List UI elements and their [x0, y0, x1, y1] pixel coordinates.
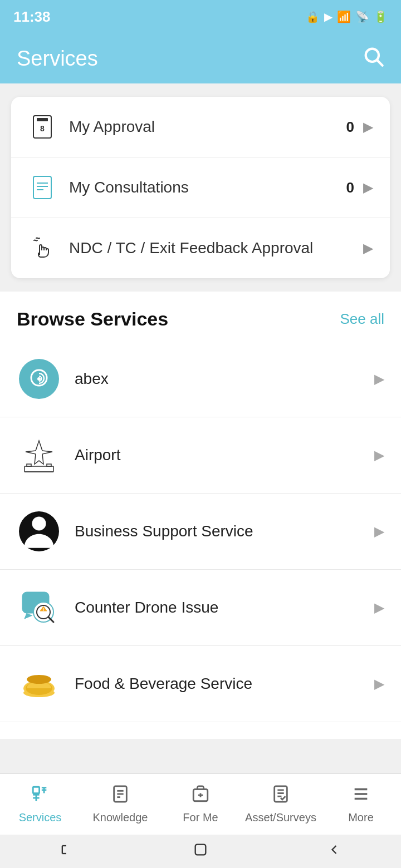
airport-service-name: Airport: [75, 446, 374, 464]
knowledge-nav-icon: [111, 785, 130, 808]
play-icon: ▶: [324, 10, 332, 23]
bottom-nav: Services Knowledge For Me: [0, 773, 401, 835]
header: Services: [0, 33, 401, 83]
food-service-name: Food & Beverage Service: [75, 675, 374, 693]
quick-actions-card: 8 My Approval 0 ▶ My Consultations 0 ▶: [11, 97, 390, 278]
nav-asset-surveys[interactable]: Asset/Surveys: [241, 774, 321, 835]
signal-icon: 📡: [355, 10, 369, 23]
services-nav-icon: [31, 785, 50, 808]
abex-service-name: abex: [75, 370, 374, 388]
status-time: 11:38: [13, 8, 51, 26]
nav-services[interactable]: Services: [0, 774, 80, 835]
airport-service-icon: [17, 433, 61, 477]
header-title: Services: [17, 47, 98, 71]
nav-for-me[interactable]: For Me: [160, 774, 241, 835]
nav-more[interactable]: More: [321, 774, 401, 835]
feedback-icon: [28, 234, 57, 263]
svg-text:8: 8: [40, 124, 45, 133]
svg-point-15: [32, 516, 46, 530]
food-chevron: ▶: [374, 676, 384, 692]
see-all-button[interactable]: See all: [340, 310, 385, 328]
android-nav-bar: [0, 835, 401, 868]
business-chevron: ▶: [374, 524, 384, 539]
svg-text:!: !: [43, 607, 45, 612]
android-recents-btn[interactable]: [326, 842, 342, 861]
my-approval-chevron: ▶: [363, 119, 373, 135]
svg-point-10: [37, 377, 41, 381]
status-bar: 11:38 🔒 ▶ 📶 📡 🔋: [0, 0, 401, 33]
more-nav-label: More: [348, 811, 374, 824]
svg-rect-12: [27, 464, 31, 466]
android-back-btn[interactable]: [59, 842, 75, 861]
lock-icon: 🔒: [306, 10, 320, 23]
service-item-airport[interactable]: Airport ▶: [0, 417, 401, 494]
svg-line-1: [378, 61, 382, 65]
svg-rect-5: [33, 176, 51, 199]
service-item-business[interactable]: Business Support Service ▶: [0, 494, 401, 570]
ndc-feedback-chevron: ▶: [363, 240, 373, 256]
svg-point-0: [366, 48, 379, 61]
drone-service-name: Counter Drone Issue: [75, 599, 374, 617]
more-nav-icon: [351, 785, 370, 808]
search-button[interactable]: [362, 45, 384, 72]
service-item-drone[interactable]: ! Counter Drone Issue ▶: [0, 570, 401, 646]
svg-rect-11: [25, 466, 53, 472]
ndc-feedback-label: NDC / TC / Exit Feedback Approval: [69, 239, 363, 257]
airport-chevron: ▶: [374, 447, 384, 463]
food-service-icon: [17, 662, 61, 706]
wifi-icon: 📶: [337, 10, 351, 23]
my-approval-count: 0: [346, 119, 354, 136]
my-consultations-chevron: ▶: [363, 180, 373, 195]
service-item-food[interactable]: Food & Beverage Service ▶: [0, 646, 401, 722]
browse-services-section: Browse Services See all abex ▶: [0, 292, 401, 739]
my-consultations-label: My Consultations: [69, 179, 346, 196]
battery-icon: 🔋: [374, 10, 388, 23]
svg-rect-3: [37, 118, 48, 121]
my-consultations-item[interactable]: My Consultations 0 ▶: [11, 157, 390, 218]
service-item-abex[interactable]: abex ▶: [0, 341, 401, 417]
ndc-feedback-item[interactable]: NDC / TC / Exit Feedback Approval ▶: [11, 218, 390, 278]
knowledge-nav-label: Knowledge: [93, 811, 148, 824]
drone-chevron: ▶: [374, 600, 384, 615]
status-icons: 🔒 ▶ 📶 📡 🔋: [306, 10, 388, 23]
browse-header: Browse Services See all: [0, 308, 401, 330]
my-approval-item[interactable]: 8 My Approval 0 ▶: [11, 97, 390, 157]
business-service-icon: [17, 509, 61, 554]
asset-surveys-nav-icon: [271, 785, 290, 808]
svg-rect-25: [33, 787, 39, 793]
browse-title: Browse Services: [17, 308, 168, 330]
nav-knowledge[interactable]: Knowledge: [80, 774, 160, 835]
my-approval-label: My Approval: [69, 118, 346, 136]
svg-rect-43: [195, 844, 206, 855]
business-icon-circle: [19, 511, 59, 551]
consultation-icon: [28, 173, 57, 202]
my-consultations-count: 0: [346, 179, 354, 196]
svg-point-24: [27, 675, 51, 684]
asset-surveys-nav-label: Asset/Surveys: [245, 811, 316, 824]
drone-service-icon: !: [17, 585, 61, 630]
abex-chevron: ▶: [374, 371, 384, 387]
services-nav-label: Services: [19, 811, 62, 824]
abex-service-icon: [17, 357, 61, 401]
for-me-nav-icon: [191, 785, 210, 808]
android-home-btn[interactable]: [193, 842, 208, 861]
for-me-nav-label: For Me: [183, 811, 218, 824]
approval-icon: 8: [28, 112, 57, 141]
svg-rect-13: [47, 464, 51, 466]
business-service-name: Business Support Service: [75, 522, 374, 540]
